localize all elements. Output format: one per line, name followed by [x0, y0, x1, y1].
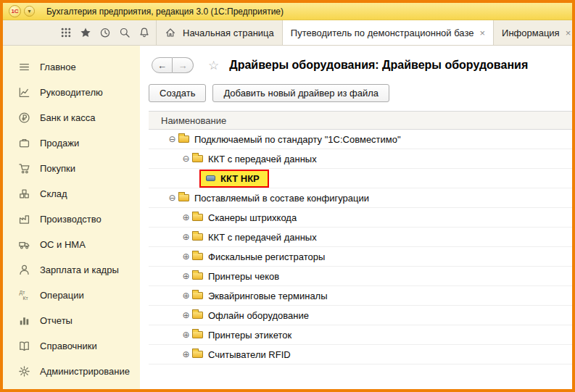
- sidebar-item-production[interactable]: Производство: [3, 207, 140, 232]
- sidebar-item-label: Покупки: [40, 163, 75, 174]
- folder-icon: [192, 292, 203, 299]
- sidebar-item-bank-cash[interactable]: Банк и касса: [3, 105, 140, 130]
- svg-text:Кт: Кт: [22, 296, 28, 301]
- tree-row[interactable]: ⊖Подключаемый по стандарту "1С:Совместим…: [149, 130, 572, 149]
- gear-icon: [17, 365, 30, 378]
- sidebar-item-administration[interactable]: Администрирование: [3, 359, 140, 384]
- expand-icon[interactable]: ⊕: [180, 350, 192, 359]
- sidebar-item-label: Банк и касса: [40, 112, 96, 123]
- sidebar-item-salary-hr[interactable]: Зарплата и кадры: [3, 257, 140, 283]
- sidebar-item-label: Главное: [40, 62, 76, 72]
- tab-close-icon[interactable]: ×: [566, 28, 571, 38]
- row-label: ККТ НКР: [220, 173, 260, 184]
- collapse-icon[interactable]: ⊖: [166, 135, 178, 143]
- row-label: Принтеры этикеток: [208, 330, 291, 341]
- tree-row[interactable]: ⊕Считыватели RFID: [149, 345, 572, 364]
- tab-label: Путеводитель по демонстрационной базе: [291, 28, 474, 38]
- folder-icon: [192, 351, 203, 358]
- sidebar-item-fixed-assets[interactable]: ОС и НМА: [3, 232, 140, 257]
- collapse-icon[interactable]: ⊖: [180, 154, 192, 163]
- cart-icon: [17, 162, 30, 175]
- sales-icon: [17, 137, 30, 150]
- tab-label: Информация: [502, 28, 560, 38]
- expand-icon[interactable]: ⊕: [180, 213, 192, 222]
- folder-icon: [192, 253, 203, 260]
- add-driver-from-file-button[interactable]: Добавить новый драйвер из файла: [212, 84, 389, 102]
- expand-icon[interactable]: ⊕: [180, 272, 192, 280]
- sidebar-item-label: ОС и НМА: [40, 239, 86, 250]
- command-bar: Создать Добавить новый драйвер из файла: [149, 84, 572, 102]
- column-header-name[interactable]: Наименование: [149, 111, 572, 130]
- tree-row[interactable]: ⊕Принтеры этикеток: [149, 325, 572, 345]
- folder-icon: [192, 233, 203, 241]
- 1c-logo[interactable]: 1С: [9, 5, 21, 17]
- tab-demo-guide[interactable]: Путеводитель по демонстрационной базе×: [283, 20, 494, 45]
- expand-icon[interactable]: ⊕: [180, 291, 192, 300]
- book-icon: [17, 340, 30, 353]
- folder-icon: [192, 331, 203, 338]
- toolbar: Начальная страницаПутеводитель по демонс…: [3, 20, 572, 46]
- tree-row[interactable]: ⊕ККТ с передачей данных: [149, 228, 572, 247]
- row-label: ККТ с передачей данных: [208, 232, 317, 243]
- sidebar-item-manager[interactable]: Руководителю: [3, 80, 140, 105]
- tree-row[interactable]: ⊖ККТ с передачей данных: [149, 149, 572, 169]
- titlebar: 1С ▾ Бухгалтерия предприятия, редакция 3…: [3, 3, 572, 20]
- sidebar-item-label: Операции: [40, 290, 84, 301]
- tab-info[interactable]: Информация×: [494, 20, 572, 45]
- nav-buttons: ← →: [152, 57, 194, 73]
- sidebar-item-label: Склад: [40, 188, 67, 199]
- sidebar-item-label: Продажи: [40, 138, 79, 149]
- sidebar-item-label: Зарплата и кадры: [40, 264, 119, 275]
- expand-icon[interactable]: ⊕: [180, 330, 192, 339]
- collapse-icon[interactable]: ⊖: [166, 193, 178, 202]
- tree-row[interactable]: ⊕Сканеры штрихкода: [149, 208, 572, 228]
- folder-icon: [178, 135, 189, 143]
- back-button[interactable]: ←: [152, 57, 173, 73]
- favorites-star-icon[interactable]: [76, 23, 94, 42]
- content-panel: ← → ☆ Драйверы оборудования: Драйверы об…: [140, 46, 572, 389]
- favorite-star-icon[interactable]: ☆: [208, 59, 219, 72]
- sidebar-item-operations[interactable]: ДтКтОперации: [3, 283, 140, 308]
- sidebar-item-sales[interactable]: Продажи: [3, 130, 140, 156]
- sidebar-item-reports[interactable]: Отчеты: [3, 308, 140, 333]
- tab-home[interactable]: Начальная страница: [156, 20, 283, 45]
- dtkt-icon: ДтКт: [17, 289, 30, 302]
- expand-icon[interactable]: ⊕: [180, 233, 192, 241]
- tree-row[interactable]: ⊕Фискальные регистраторы: [149, 247, 572, 267]
- tab-close-icon[interactable]: ×: [479, 28, 485, 38]
- sidebar-item-label: Отчеты: [40, 315, 73, 326]
- tree-row[interactable]: ⊖Поставляемый в составе конфигурации: [149, 188, 572, 208]
- sidebar: ГлавноеРуководителюБанк и кассаПродажиПо…: [3, 46, 140, 389]
- sidebar-item-label: Производство: [40, 214, 102, 225]
- sidebar-item-label: Справочники: [40, 341, 97, 351]
- tree-row[interactable]: ККТ НКР: [149, 169, 572, 188]
- menu-icon: [17, 61, 30, 74]
- tree-row[interactable]: ⊕Принтеры чеков: [149, 267, 572, 286]
- forward-button[interactable]: →: [173, 57, 194, 73]
- apps-grid-icon[interactable]: [57, 23, 75, 42]
- history-icon[interactable]: [96, 23, 114, 42]
- sidebar-item-warehouse[interactable]: Склад: [3, 181, 140, 207]
- tree-row[interactable]: ⊕Офлайн оборудование: [149, 306, 572, 325]
- sidebar-item-main[interactable]: Главное: [3, 54, 140, 80]
- assets-icon: [17, 238, 30, 251]
- tree-row[interactable]: ⊕Эквайринговые терминалы: [149, 286, 572, 306]
- folder-icon: [192, 272, 203, 280]
- chart-icon: [17, 86, 30, 99]
- tab-bar: Начальная страницаПутеводитель по демонс…: [156, 20, 572, 45]
- folder-icon: [192, 312, 203, 319]
- create-button[interactable]: Создать: [149, 84, 206, 102]
- search-icon[interactable]: [115, 23, 133, 42]
- notifications-bell-icon[interactable]: [135, 23, 153, 42]
- expand-icon[interactable]: ⊕: [180, 311, 192, 320]
- production-icon: [17, 213, 30, 226]
- row-label: Поставляемый в составе конфигурации: [194, 193, 369, 204]
- navigation-row: ← → ☆ Драйверы оборудования: Драйверы об…: [152, 57, 572, 73]
- expand-icon[interactable]: ⊕: [180, 252, 192, 261]
- main-menu-button[interactable]: ▾: [24, 6, 35, 17]
- row-label: Подключаемый по стандарту "1С:Совместимо…: [194, 134, 401, 145]
- sidebar-item-purchases[interactable]: Покупки: [3, 156, 140, 181]
- row-label: Сканеры штрихкода: [208, 212, 297, 223]
- folder-icon: [178, 194, 189, 201]
- sidebar-item-directories[interactable]: Справочники: [3, 333, 140, 359]
